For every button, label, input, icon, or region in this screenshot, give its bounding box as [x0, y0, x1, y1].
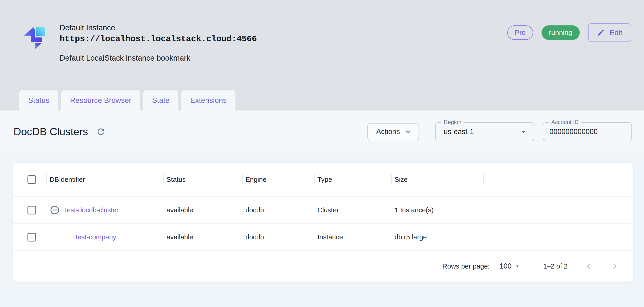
refresh-button[interactable] — [96, 127, 106, 137]
localstack-logo — [21, 23, 50, 51]
cell-status: available — [163, 206, 242, 214]
tab-resource-browser-label: Resource Browser — [70, 96, 131, 105]
cell-type: Instance — [314, 233, 391, 241]
cell-engine: docdb — [242, 233, 314, 241]
tab-extensions-label: Extensions — [190, 96, 227, 105]
refresh-icon — [96, 127, 106, 137]
rows-per-page-label: Rows per page: — [442, 262, 490, 270]
tab-state[interactable]: State — [143, 90, 178, 111]
select-all-checkbox[interactable] — [28, 175, 36, 184]
tab-resource-browser[interactable]: Resource Browser — [61, 90, 140, 111]
chevron-down-icon — [404, 128, 412, 135]
table-row-instance: test-company available docdb Instance db… — [13, 223, 633, 250]
page-title: DocDB Clusters — [14, 126, 88, 138]
resource-browser-main: DBIdentifier Status Engine Type Size — [0, 153, 644, 307]
pagination-range: 1–2 of 2 — [543, 262, 568, 270]
edit-button[interactable]: Edit — [588, 23, 631, 42]
pro-badge-label: Pro — [515, 29, 526, 37]
cell-status: available — [163, 233, 242, 241]
next-page-button[interactable] — [610, 261, 620, 271]
remove-circle-icon — [50, 205, 60, 215]
region-value: us-east-1 — [444, 128, 474, 136]
docdb-table-card: DBIdentifier Status Engine Type Size — [13, 162, 633, 282]
actions-button-label: Actions — [376, 128, 400, 136]
pencil-icon — [597, 29, 605, 37]
actions-button[interactable]: Actions — [367, 123, 419, 140]
chevron-left-icon — [584, 261, 594, 271]
rows-per-page-value: 100 — [499, 262, 512, 270]
instance-title: Default Instance — [60, 23, 257, 33]
pro-badge: Pro — [507, 26, 533, 40]
rows-per-page-select[interactable]: 100 — [499, 262, 521, 270]
row-checkbox[interactable] — [28, 206, 36, 214]
chevron-right-icon — [610, 261, 620, 271]
column-header-type[interactable]: Type — [314, 174, 391, 185]
account-id-label: Account ID — [549, 119, 581, 125]
table-header-row: DBIdentifier Status Engine Type Size — [13, 163, 633, 196]
table-pagination: Rows per page: 100 1–2 of 2 — [13, 250, 633, 281]
tab-extensions[interactable]: Extensions — [182, 90, 236, 111]
region-select[interactable]: Region us-east-1 — [435, 122, 534, 141]
edit-button-label: Edit — [610, 29, 622, 37]
region-label: Region — [441, 119, 464, 125]
resource-toolbar: DocDB Clusters Actions Region us-east-1 — [0, 111, 644, 153]
cell-type: Cluster — [314, 206, 391, 214]
instance-subtitle: Default LocalStack instance bookmark — [60, 53, 257, 63]
table-row-cluster: test-docdb-cluster available docdb Clust… — [13, 196, 633, 223]
column-header-dbidentifier[interactable]: DBIdentifier — [46, 174, 163, 185]
arrow-dropdown-icon — [514, 263, 521, 270]
column-header-actions — [483, 174, 633, 185]
collapse-row-button[interactable] — [50, 205, 60, 215]
previous-page-button[interactable] — [584, 261, 594, 271]
account-id-input[interactable] — [550, 128, 625, 136]
instance-header: Default Instance https://localhost.local… — [0, 0, 644, 90]
row-checkbox[interactable] — [28, 233, 36, 241]
tab-status[interactable]: Status — [19, 90, 58, 111]
resource-link[interactable]: test-company — [76, 233, 116, 241]
toolbar-divider — [427, 121, 428, 142]
column-header-status[interactable]: Status — [163, 174, 242, 185]
column-header-size[interactable]: Size — [391, 174, 483, 185]
cell-size: 1 Instance(s) — [391, 206, 483, 214]
tab-status-label: Status — [28, 96, 50, 105]
account-id-field: Account ID — [543, 122, 632, 141]
status-badge-label: running — [549, 29, 572, 37]
tab-state-label: State — [152, 96, 170, 105]
column-header-engine[interactable]: Engine — [242, 174, 314, 185]
cell-size: db.r5.large — [391, 233, 483, 241]
localstack-app: Default Instance https://localhost.local… — [0, 0, 644, 307]
status-badge: running — [542, 26, 580, 40]
resource-link[interactable]: test-docdb-cluster — [65, 206, 119, 214]
instance-url: https://localhost.localstack.cloud:4566 — [60, 33, 257, 45]
instance-tabbar: Status Resource Browser State Extensions — [0, 90, 644, 111]
cell-engine: docdb — [242, 206, 314, 214]
dropdown-arrow-icon — [520, 128, 528, 136]
